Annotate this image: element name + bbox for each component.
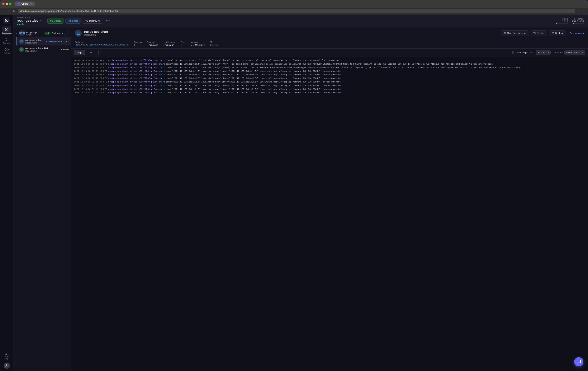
namespace-label: Namespace bbox=[17, 17, 43, 19]
timestamps-label[interactable]: ✓ Timestamps bbox=[512, 51, 528, 54]
avatar-icon bbox=[5, 364, 9, 367]
storage-metric-value: 2GB / 20GB bbox=[572, 20, 584, 23]
created-label: Created: bbox=[147, 41, 158, 43]
new-tab-button[interactable]: + bbox=[36, 2, 40, 6]
resource-child-chart[interactable]: recipe-app-chart Deployment In Developme… bbox=[17, 37, 71, 45]
meta-endpoints: Endpoints: https://recipe-app-chart-youn… bbox=[75, 41, 129, 46]
nav-actions: ⬆ ☆ bbox=[577, 9, 586, 13]
sidebar-item-namespaces-label: Namespaces bbox=[1, 32, 12, 34]
storage-bar-fill bbox=[573, 23, 574, 24]
back-button[interactable]: ‹ bbox=[2, 9, 6, 13]
sidebar-item-namespaces[interactable]: Namespaces bbox=[2, 26, 11, 35]
restart-button[interactable]: Restart bbox=[531, 31, 547, 36]
svg-line-19 bbox=[86, 20, 87, 22]
detail-title-group: recipe-app-chart Deployment bbox=[84, 30, 108, 36]
detail-actions: Stop Development Restart Destroy bbox=[501, 31, 584, 36]
svg-line-17 bbox=[69, 20, 70, 21]
stop-dev-icon[interactable]: ⏹ bbox=[64, 39, 69, 44]
share-button[interactable]: Share bbox=[65, 18, 81, 24]
endpoint-url[interactable]: https://recipe-app-chart-youngestdev.clo… bbox=[75, 43, 129, 46]
resource-group-header[interactable]: ▼ HELM recipe-app Chart 2 bbox=[13, 29, 71, 37]
browser-titlebar: O Okteto ✕ + bbox=[0, 0, 588, 8]
svg-point-23 bbox=[21, 49, 22, 50]
log-line: 2021-12-13 18:21:04.46 UTC recipe-app-ch… bbox=[74, 84, 585, 87]
deploy-button[interactable]: Deploy bbox=[47, 18, 64, 24]
log-timestamp: 2021-12-13 18:20:46.04 UTC bbox=[74, 73, 107, 77]
bookmark-icon[interactable]: ☆ bbox=[582, 9, 586, 13]
log-timestamp: 2021-12-13 18:21:04.46 UTC bbox=[74, 84, 107, 87]
in-dev-status-dot bbox=[583, 33, 584, 34]
destroy-all-button[interactable]: Destroy All bbox=[83, 18, 103, 24]
resource-action-button[interactable]: ↻ bbox=[64, 31, 69, 35]
okteto-logo-icon bbox=[4, 18, 9, 23]
detail-subtitle: Deployment bbox=[84, 34, 108, 36]
pods-metric-label: Pods bbox=[562, 18, 568, 20]
chevron-icon: ▼ bbox=[16, 32, 18, 34]
active-tab[interactable]: O Okteto ✕ bbox=[15, 1, 34, 6]
child-chart-name: recipe-app-chart bbox=[25, 39, 44, 42]
detail-title: recipe-app-chart bbox=[84, 30, 108, 34]
destroy-label: Destroy bbox=[555, 32, 563, 34]
replicas-value: 1 bbox=[134, 44, 142, 46]
container-select[interactable]: All containers bbox=[564, 50, 585, 55]
log-line: 2021-12-13 18:20:46.04 UTC recipe-app-ch… bbox=[74, 73, 585, 77]
svg-rect-5 bbox=[7, 40, 8, 41]
refresh-button[interactable]: ↻ bbox=[12, 9, 16, 13]
timestamps-checkbox[interactable]: ✓ bbox=[512, 51, 514, 54]
content-area: ▼ HELM recipe-app Chart 2 bbox=[13, 27, 588, 371]
yaml-tab[interactable]: YAML bbox=[87, 50, 99, 55]
in-dev-status-text: In Development bbox=[567, 32, 582, 34]
user-avatar[interactable] bbox=[4, 362, 10, 369]
log-pod: recipe-app-chart-okteto-c88fff58f-pt8c8 bbox=[108, 73, 158, 77]
main-content: Namespace youngestdev Active bbox=[13, 15, 588, 371]
share-icon[interactable]: ⬆ bbox=[577, 9, 581, 13]
log-pod: recipe-app-chart-okteto-c88fff58f-pt8c8 bbox=[108, 70, 158, 73]
stop-development-button[interactable]: Stop Development bbox=[501, 31, 529, 36]
destroy-button[interactable]: Destroy bbox=[549, 31, 566, 36]
svg-point-1 bbox=[6, 20, 7, 21]
settings-icon bbox=[5, 48, 9, 52]
forward-button[interactable]: › bbox=[7, 9, 10, 13]
sidebar-bottom: Help bbox=[2, 352, 11, 369]
log-chart-keyword: chart bbox=[159, 87, 165, 91]
chat-button[interactable] bbox=[574, 357, 583, 366]
sidebar-item-settings[interactable]: Settings bbox=[2, 46, 11, 55]
stop-icon bbox=[504, 32, 506, 34]
pod-select[interactable]: All pods bbox=[536, 50, 551, 55]
dev-volume-icon bbox=[19, 47, 24, 52]
log-timestamp: 2021-12-13 18:20:17.54 UTC bbox=[74, 59, 107, 62]
pods-metric-value: 1 / 20 bbox=[562, 20, 568, 23]
in-use-text: In-use bbox=[61, 48, 67, 51]
cpu-label: CPU: bbox=[210, 41, 218, 43]
close-button[interactable] bbox=[2, 3, 5, 5]
minimize-button[interactable] bbox=[6, 3, 8, 5]
log-line: 2021-12-13 18:20:17.54 UTC recipe-app-ch… bbox=[74, 59, 585, 62]
namespace-selector[interactable]: youngestdev bbox=[17, 19, 43, 23]
log-line: 2021-12-13 18:20:18.86 UTC recipe-app-ch… bbox=[74, 66, 585, 70]
container-filter-group: Container: All containers ▼ bbox=[553, 50, 585, 55]
cpu-value: 0.1 / 2.0 bbox=[210, 44, 218, 46]
log-pod: recipe-app-chart-okteto-c88fff58f-pt8c8 bbox=[108, 87, 158, 91]
logs-tab[interactable]: Logs bbox=[74, 50, 85, 55]
sidebar-item-help[interactable]: Help bbox=[2, 352, 11, 361]
tab-close-icon[interactable]: ✕ bbox=[30, 3, 32, 5]
container-select-wrapper: All containers ▼ bbox=[564, 50, 585, 55]
deployment-icon bbox=[19, 39, 24, 44]
in-development-status: In Development bbox=[567, 32, 584, 34]
memory-value: 58.9MB / 6GB bbox=[190, 44, 205, 46]
svg-point-13 bbox=[70, 20, 71, 21]
meta-pods: Pods: 1 bbox=[181, 41, 186, 46]
maximize-button[interactable] bbox=[9, 3, 11, 5]
log-pod: recipe-app-chart-okteto-c88fff58f-pt8c8 bbox=[108, 77, 158, 80]
detail-header: recipe-app-chart Deployment Stop Develop… bbox=[71, 27, 588, 39]
top-bar-actions: Deploy Share Destroy All ••• bbox=[47, 18, 111, 24]
url-bar[interactable] bbox=[18, 9, 575, 13]
more-button[interactable]: ••• bbox=[105, 18, 111, 24]
logs-content: 2021-12-13 18:20:17.54 UTC recipe-app-ch… bbox=[71, 57, 588, 371]
svg-point-6 bbox=[6, 49, 7, 50]
resource-child-volume[interactable]: recipe-app-chart-okteto Dev Volume In-us… bbox=[17, 45, 71, 53]
sidebar-item-previews[interactable]: Previews bbox=[2, 36, 11, 45]
in-dev-dot bbox=[61, 41, 62, 42]
top-bar-metrics: Pods 1 / 20 Storage 2GB / 20GB bbox=[556, 18, 584, 24]
log-pod: recipe-app-chart-okteto-c88fff58f-pt8c8 bbox=[108, 91, 158, 94]
